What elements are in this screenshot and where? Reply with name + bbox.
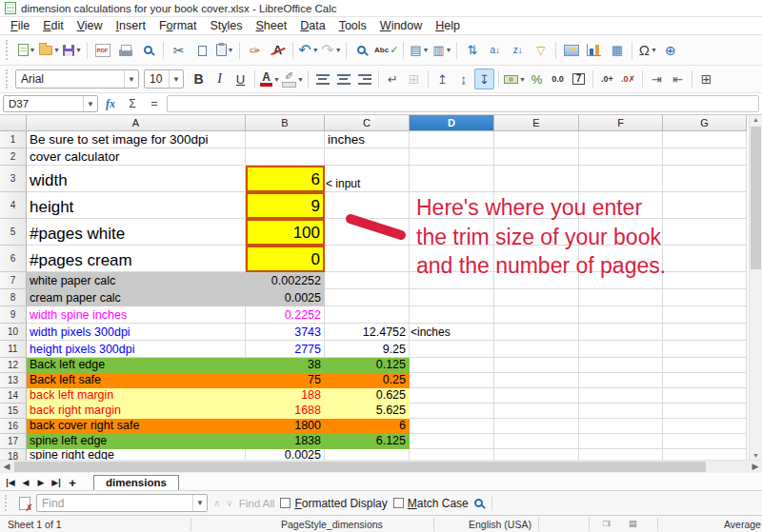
menu-view[interactable]: View	[70, 18, 110, 33]
insert-chart-button[interactable]	[583, 39, 605, 62]
cell-A4[interactable]: height	[27, 192, 246, 219]
row-header-3[interactable]: 3	[0, 166, 27, 192]
menu-edit[interactable]: Edit	[36, 18, 70, 33]
match-case-checkbox[interactable]: Match Case	[393, 497, 469, 510]
new-document-button[interactable]: ▼	[15, 39, 37, 62]
borders-button[interactable]: ⊞	[696, 69, 716, 89]
cell-E10[interactable]	[494, 324, 579, 341]
row-header-4[interactable]: 4	[0, 192, 27, 219]
cell-F10[interactable]	[579, 324, 663, 341]
cell-D12[interactable]	[410, 358, 494, 373]
row-header-2[interactable]: 2	[0, 148, 27, 166]
find-all-button[interactable]: Find All	[239, 498, 275, 509]
print-preview-button[interactable]	[137, 39, 159, 62]
cell-C17[interactable]: 6.125	[325, 434, 410, 449]
cell-G12[interactable]	[663, 358, 747, 373]
scroll-up-icon[interactable]: ▲	[750, 116, 762, 123]
cell-G17[interactable]	[663, 434, 747, 449]
cell-G9[interactable]	[663, 306, 747, 324]
cell-B13[interactable]: 75	[246, 373, 325, 388]
page-style[interactable]: PageStyle_dimensions	[281, 519, 383, 530]
cell-F7[interactable]	[579, 272, 663, 289]
cell-B12[interactable]: 38	[246, 358, 325, 373]
find-input[interactable]: Find ▼	[36, 494, 208, 512]
cell-A15[interactable]: back right margin	[27, 404, 246, 419]
row-header-1[interactable]: 1	[0, 131, 27, 148]
cell-A18[interactable]: spine right edge	[27, 449, 246, 460]
center-vertically-button[interactable]: ↨	[453, 69, 473, 89]
cell-A7[interactable]: white paper calc	[27, 272, 246, 289]
cell-D11[interactable]	[410, 341, 494, 358]
sort-ascending-button[interactable]: a↓	[484, 39, 506, 62]
cell-E2[interactable]	[494, 148, 579, 166]
cell-C18[interactable]	[325, 449, 410, 460]
cell-B6[interactable]: 0	[246, 246, 325, 272]
dropdown-arrow-icon[interactable]: ▼	[228, 47, 233, 53]
cell-B11[interactable]: 2775	[246, 341, 325, 358]
row-header-7[interactable]: 7	[0, 272, 27, 289]
menu-tools[interactable]: Tools	[332, 18, 373, 33]
font-size-combo[interactable]: 10▼	[144, 69, 184, 89]
cell-C13[interactable]: 0.25	[325, 373, 410, 388]
menu-insert[interactable]: Insert	[110, 18, 152, 33]
selection-mode-icon[interactable]: □I	[603, 519, 611, 528]
cell-D7[interactable]	[410, 272, 494, 289]
cell-G13[interactable]	[663, 373, 747, 388]
cell-E16[interactable]	[494, 419, 579, 434]
format-as-currency-button[interactable]: ▼	[503, 69, 526, 89]
align-bottom-button[interactable]: ↧	[474, 69, 494, 89]
name-box[interactable]: D37 ▼	[3, 95, 98, 112]
dropdown-arrow-icon[interactable]: ▼	[335, 47, 341, 53]
column-header-C[interactable]: C	[325, 115, 410, 131]
special-character-button[interactable]: Ω▼	[636, 39, 658, 62]
dropdown-arrow-icon[interactable]: ▼	[75, 47, 81, 53]
cell-E15[interactable]	[494, 404, 579, 419]
font-name-dropdown-icon[interactable]: ▼	[124, 70, 138, 88]
wrap-text-button[interactable]: ↵	[383, 69, 403, 89]
cell-F3[interactable]	[579, 166, 663, 192]
name-box-dropdown-icon[interactable]: ▼	[83, 96, 97, 111]
highlighting-color-button[interactable]: ✐▼	[281, 69, 304, 89]
cell-E8[interactable]	[494, 289, 579, 306]
cell-F17[interactable]	[579, 434, 663, 449]
cell-E6[interactable]	[494, 246, 579, 272]
hyperlink-button[interactable]: ⊕	[659, 39, 681, 62]
align-right-button[interactable]	[354, 69, 374, 89]
cell-D3[interactable]	[410, 166, 494, 192]
menu-styles[interactable]: Styles	[203, 18, 249, 33]
cell-G14[interactable]	[663, 388, 747, 404]
cell-C14[interactable]: 0.625	[325, 388, 410, 404]
cell-B15[interactable]: 1688	[246, 404, 325, 419]
cell-F4[interactable]	[579, 192, 663, 219]
cell-G15[interactable]	[663, 404, 747, 419]
decrease-indent-button[interactable]: ⇤	[668, 69, 688, 89]
checkbox-icon[interactable]	[280, 498, 291, 508]
cell-A16[interactable]: back cover right safe	[27, 419, 246, 434]
menu-help[interactable]: Help	[429, 18, 467, 33]
insert-row-button[interactable]: ▤▼	[408, 39, 430, 62]
cell-B8[interactable]: 0.0025	[246, 289, 325, 306]
cell-D9[interactable]	[410, 306, 494, 324]
dropdown-arrow-icon[interactable]: ▼	[30, 47, 35, 53]
cell-G16[interactable]	[663, 419, 747, 434]
cell-D10[interactable]: <inches	[410, 324, 494, 341]
cell-E12[interactable]	[494, 358, 579, 373]
underline-button[interactable]: U	[231, 69, 251, 89]
cell-E3[interactable]	[494, 166, 579, 192]
insert-column-button[interactable]: ▥▼	[431, 39, 452, 62]
checkbox-icon[interactable]	[393, 498, 404, 508]
cell-A10[interactable]: width pixels 300dpi	[27, 324, 246, 341]
cell-G10[interactable]	[663, 324, 747, 341]
dropdown-arrow-icon[interactable]: ▼	[445, 47, 451, 53]
language[interactable]: English (USA)	[469, 519, 531, 530]
spelling-button[interactable]: Abc	[373, 39, 399, 62]
column-header-D[interactable]: D	[410, 115, 494, 131]
delete-decimal-place-button[interactable]: .0✗	[618, 69, 638, 89]
sheet-tab-dimensions[interactable]: dimensions	[93, 475, 179, 490]
cell-B5[interactable]: 100	[246, 219, 325, 246]
column-header-B[interactable]: B	[246, 115, 325, 131]
row-header-16[interactable]: 16	[0, 419, 27, 434]
cell-D15[interactable]	[410, 404, 494, 419]
cell-A5[interactable]: #pages white	[27, 219, 246, 246]
cell-A2[interactable]: cover calculator	[27, 148, 246, 166]
